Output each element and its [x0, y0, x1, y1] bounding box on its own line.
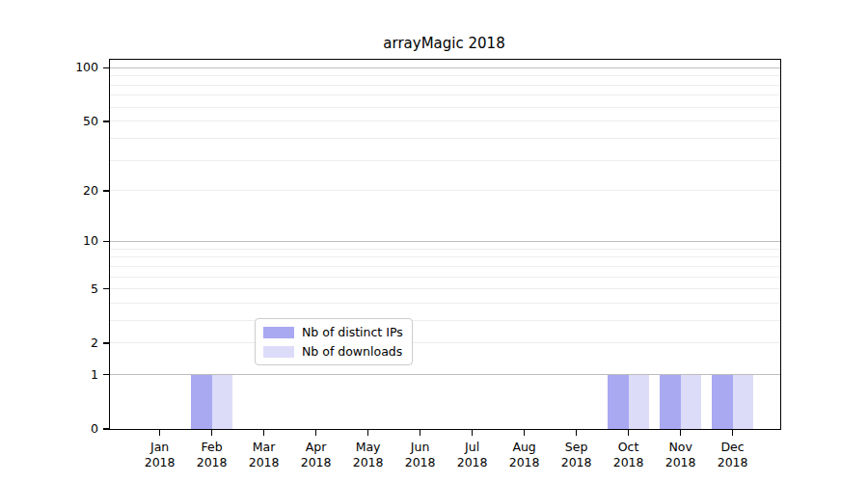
minor-gridline	[110, 190, 780, 191]
bar-distinct-ips	[712, 375, 733, 429]
x-tick-mark	[211, 429, 213, 436]
bar-distinct-ips	[191, 375, 212, 429]
legend-item-downloads: Nb of downloads	[263, 344, 403, 359]
y-tick-mark	[103, 342, 109, 344]
x-tick-mark	[732, 429, 734, 436]
y-tick-label: 0	[50, 422, 98, 436]
y-tick-mark	[103, 67, 109, 69]
x-tick-mark	[576, 429, 578, 436]
minor-gridline	[110, 249, 780, 250]
minor-gridline	[110, 107, 780, 108]
x-tick-mark	[680, 429, 682, 436]
legend-swatch-distinct-ips	[263, 327, 294, 338]
minor-gridline	[110, 288, 780, 289]
minor-gridline	[110, 94, 780, 95]
legend-label-distinct-ips: Nb of distinct IPs	[302, 325, 403, 339]
minor-gridline	[110, 85, 780, 86]
minor-gridline	[110, 266, 780, 267]
minor-gridline	[110, 303, 780, 304]
x-tick-mark	[315, 429, 317, 436]
plot-area: 0125102050100Jan 2018Feb 2018Mar 2018Apr…	[109, 59, 781, 430]
y-tick-mark	[103, 190, 109, 192]
bar-distinct-ips	[660, 375, 681, 429]
y-tick-mark	[103, 120, 109, 122]
y-tick-mark	[103, 288, 109, 290]
x-tick-mark	[263, 429, 265, 436]
figure: arrayMagic 2018 0125102050100Jan 2018Feb…	[0, 0, 868, 482]
bar-downloads	[212, 375, 233, 429]
x-tick-mark	[159, 429, 161, 436]
x-tick-mark	[420, 429, 421, 436]
x-tick-label: Dec 2018	[702, 440, 764, 470]
major-gridline	[110, 67, 780, 68]
y-tick-label: 20	[50, 184, 98, 198]
bar-distinct-ips	[608, 375, 629, 429]
minor-gridline	[110, 120, 780, 121]
y-tick-label: 2	[50, 336, 98, 350]
y-tick-mark	[103, 374, 109, 376]
legend-swatch-downloads	[263, 346, 294, 358]
x-tick-mark	[367, 429, 369, 436]
minor-gridline	[110, 75, 780, 76]
legend: Nb of distinct IPs Nb of downloads	[255, 318, 413, 365]
x-tick-mark	[472, 429, 474, 436]
bar-downloads	[733, 375, 754, 429]
minor-gridline	[110, 342, 780, 343]
minor-gridline	[110, 320, 780, 321]
bar-downloads	[629, 375, 650, 429]
y-tick-mark	[103, 241, 109, 243]
chart-title: arrayMagic 2018	[109, 35, 779, 52]
minor-gridline	[110, 256, 780, 257]
y-tick-label: 10	[50, 234, 98, 248]
y-tick-label: 100	[50, 61, 98, 74]
minor-gridline	[110, 160, 780, 161]
legend-item-distinct-ips: Nb of distinct IPs	[263, 325, 403, 339]
y-tick-label: 50	[50, 115, 98, 128]
y-tick-label: 1	[50, 368, 98, 382]
y-tick-mark	[103, 428, 109, 430]
major-gridline	[110, 241, 780, 242]
y-tick-label: 5	[50, 282, 98, 296]
minor-gridline	[110, 277, 780, 278]
legend-label-downloads: Nb of downloads	[302, 344, 402, 359]
bar-downloads	[681, 375, 702, 429]
x-tick-mark	[524, 429, 526, 436]
minor-gridline	[110, 138, 780, 139]
x-tick-mark	[628, 429, 630, 436]
